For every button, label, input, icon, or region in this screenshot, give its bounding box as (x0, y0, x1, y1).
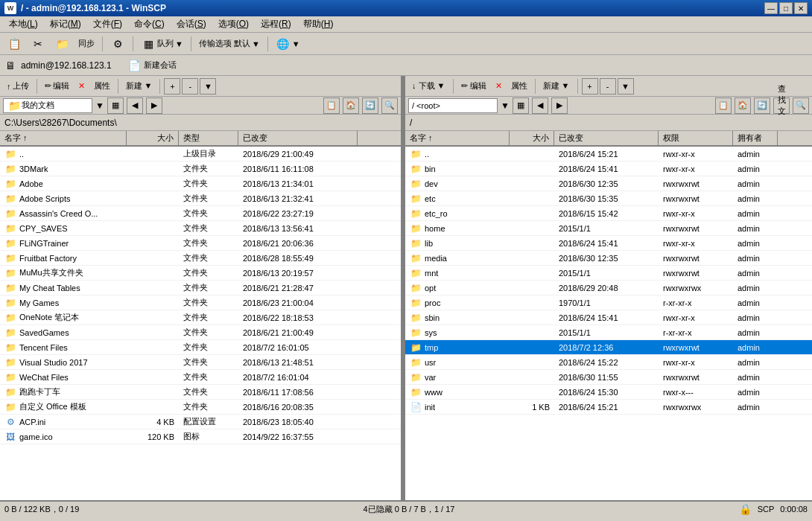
remote-file-row[interactable]: 📁.. 2018/6/24 15:21 rwxr-xr-x admin (405, 147, 812, 162)
local-col-size[interactable]: 大小 (127, 131, 179, 145)
local-file-row[interactable]: 📁WeChat Files 文件夹 2018/7/2 16:01:04 (0, 370, 401, 385)
local-file-row[interactable]: 📁MuMu共享文件夹 文件夹 2018/6/13 20:19:57 (0, 266, 401, 281)
local-col-type[interactable]: 类型 (179, 131, 238, 145)
local-plus-button[interactable]: + (164, 78, 180, 95)
remote-file-row[interactable]: 📁etc_ro 2018/6/15 15:42 rwxr-xr-x admin (405, 206, 812, 221)
remote-col-perm[interactable]: 权限 (659, 131, 733, 145)
local-file-row[interactable]: 📁SavedGames 文件夹 2018/6/21 21:00:49 (0, 325, 401, 340)
local-nav3[interactable]: 🔄 (362, 98, 378, 114)
new-session-button[interactable]: 📄 新建会话 (124, 57, 180, 74)
local-file-row[interactable]: 📁Adobe 文件夹 2018/6/13 21:34:01 (0, 176, 401, 191)
remote-file-row[interactable]: 📁usr 2018/6/24 15:22 rwxr-xr-x admin (405, 355, 812, 370)
menu-session[interactable]: 会话(S) (171, 16, 212, 32)
remote-file-row[interactable]: 📁media 2018/6/30 12:35 rwxrwxrwt admin (405, 251, 812, 266)
local-col-name[interactable]: 名字 ↑ (0, 131, 127, 145)
remote-file-list[interactable]: 名字 ↑ 大小 已改变 权限 拥有者 📁.. 2018/6/24 15:21 r… (405, 131, 812, 500)
local-file-row[interactable]: 📁跑跑卡丁车 文件夹 2018/6/11 17:08:56 (0, 385, 401, 400)
remote-col-date[interactable]: 已改变 (554, 131, 659, 145)
local-file-row[interactable]: 📁Tencent Files 文件夹 2018/7/2 16:01:05 (0, 340, 401, 355)
remote-plus-button[interactable]: + (582, 78, 598, 95)
remote-addr-box[interactable]: / <root> (408, 98, 498, 113)
remote-addr-arrow[interactable]: ▼ (501, 100, 510, 111)
local-file-row[interactable]: ⚙ACP.ini 4 KB 配置设置 2018/6/23 18:05:40 (0, 415, 401, 429)
local-nav2[interactable]: 🏠 (343, 98, 359, 114)
copy-button[interactable]: 📋 (3, 35, 25, 53)
local-file-row[interactable]: 📁3DMark 文件夹 2018/6/11 16:11:08 (0, 162, 401, 176)
remote-file-row[interactable]: 📁bin 2018/6/24 15:41 rwxr-xr-x admin (405, 162, 812, 176)
menu-local[interactable]: 本地(L) (3, 16, 44, 32)
menu-command[interactable]: 命令(C) (128, 16, 171, 32)
remote-file-row[interactable]: 📁var 2018/6/30 11:55 rwxrwxrwt admin (405, 370, 812, 385)
local-file-row[interactable]: 📁Adobe Scripts 文件夹 2018/6/13 21:32:41 (0, 191, 401, 206)
local-file-row[interactable]: 📁.. 上级目录 2018/6/29 21:00:49 (0, 147, 401, 162)
remote-file-row[interactable]: 📁sbin 2018/6/24 15:41 rwxr-xr-x admin (405, 310, 812, 325)
remote-file-row[interactable]: 📁mnt 2015/1/1 rwxrwxrwt admin (405, 266, 812, 281)
local-file-row[interactable]: 📁FLiNGTrainer 文件夹 2018/6/21 20:06:36 (0, 236, 401, 251)
remote-download-button[interactable]: ↓ 下载 ▼ (408, 77, 449, 95)
local-back-button[interactable]: ◀ (127, 98, 143, 114)
remote-nav4[interactable]: 🔍 (793, 98, 809, 114)
maximize-button[interactable]: □ (779, 2, 793, 14)
remote-minus-button[interactable]: - (600, 78, 616, 95)
remote-back-button[interactable]: ◀ (532, 98, 548, 114)
remote-search-button[interactable]: 查找文件 (773, 98, 790, 114)
move-button[interactable]: ✂ (27, 35, 49, 53)
local-addr-box[interactable]: 📁 我的文档 (3, 98, 92, 113)
local-file-list[interactable]: 名字 ↑ 大小 类型 已改变 📁.. 上级目录 2018/6/29 21:00:… (0, 131, 401, 500)
remote-col-name[interactable]: 名字 ↑ (405, 131, 510, 145)
remote-file-row[interactable]: 📁proc 1970/1/1 r-xr-xr-x admin (405, 295, 812, 310)
remote-filter2-button[interactable]: ▦ (513, 98, 529, 114)
remote-col-owner[interactable]: 拥有者 (733, 131, 778, 145)
remote-delete-button[interactable]: ✕ (492, 77, 506, 95)
local-props-button[interactable]: 属性 (90, 77, 114, 95)
remote-forward-button[interactable]: ▶ (551, 98, 568, 114)
local-new-button[interactable]: 新建 ▼ (122, 77, 156, 95)
remote-file-row[interactable]: 📁sys 2015/1/1 r-xr-xr-x admin (405, 325, 812, 340)
local-file-row[interactable]: 📁Visual Studio 2017 文件夹 2018/6/13 21:48:… (0, 355, 401, 370)
remote-file-row[interactable]: 📁lib 2018/6/24 15:41 rwxr-xr-x admin (405, 236, 812, 251)
remote-col-size[interactable]: 大小 (510, 131, 554, 145)
local-col-date[interactable]: 已改变 (238, 131, 358, 145)
transfer-options-button[interactable]: 传输选项 默认 ▼ (195, 35, 264, 53)
remote-file-row[interactable]: 📁home 2015/1/1 rwxrwxrwt admin (405, 221, 812, 236)
local-file-row[interactable]: 📁CPY_SAVES 文件夹 2018/6/13 13:56:41 (0, 221, 401, 236)
menu-help[interactable]: 帮助(H) (297, 16, 340, 32)
remote-props-button[interactable]: 属性 (507, 77, 531, 95)
menu-options[interactable]: 选项(O) (212, 16, 255, 32)
remote-file-row[interactable]: 📁opt 2018/6/29 20:48 rwxrwxrwx admin (405, 281, 812, 295)
local-file-row[interactable]: 📁Assassin's Creed O... 文件夹 2018/6/22 23:… (0, 206, 401, 221)
minimize-button[interactable]: — (764, 2, 778, 14)
remote-nav1[interactable]: 📋 (715, 98, 732, 114)
local-nav1[interactable]: 📋 (323, 98, 340, 114)
misc-button[interactable]: 🌐▼ (272, 35, 304, 53)
remote-nav2[interactable]: 🏠 (735, 98, 751, 114)
local-file-row[interactable]: 🖼game.ico 120 KB 图标 2014/9/22 16:37:55 (0, 429, 401, 444)
queue-button[interactable]: ▦ 队列 ▼ (137, 35, 187, 53)
local-file-row[interactable]: 📁OneNote 笔记本 文件夹 2018/6/22 18:18:53 (0, 310, 401, 325)
local-filter-button[interactable]: ▼ (200, 78, 216, 95)
remote-nav3[interactable]: 🔄 (754, 98, 770, 114)
local-edit-button[interactable]: ✏ 编辑 (41, 77, 73, 95)
remote-new-button[interactable]: 新建 ▼ (539, 77, 574, 95)
local-file-row[interactable]: 📁My Cheat Tables 文件夹 2018/6/21 21:28:47 (0, 281, 401, 295)
remote-file-row[interactable]: 📄init 1 KB 2018/6/24 15:21 rwxrwxrwx adm… (405, 400, 812, 415)
local-file-row[interactable]: 📁Fruitbat Factory 文件夹 2018/6/28 18:55:49 (0, 251, 401, 266)
local-file-row[interactable]: 📁My Games 文件夹 2018/6/23 21:00:04 (0, 295, 401, 310)
menu-file[interactable]: 文件(F) (87, 16, 128, 32)
remote-file-row[interactable]: 📁dev 2018/6/30 12:35 rwxrwxrwt admin (405, 176, 812, 191)
local-delete-button[interactable]: ✕ (74, 77, 89, 95)
menu-mark[interactable]: 标记(M) (44, 16, 87, 32)
local-nav4[interactable]: 🔍 (381, 98, 398, 114)
remote-file-row[interactable]: 📁www 2018/6/24 15:30 rwxr-x--- admin (405, 385, 812, 400)
local-addr-arrow[interactable]: ▼ (95, 100, 104, 111)
local-forward-button[interactable]: ▶ (146, 98, 162, 114)
local-file-row[interactable]: 📁自定义 Office 模板 文件夹 2018/6/16 20:08:35 (0, 400, 401, 415)
close-button[interactable]: ✕ (794, 2, 808, 14)
remote-file-row[interactable]: 📁etc 2018/6/30 15:35 rwxrwxrwt admin (405, 191, 812, 206)
newfolder-button[interactable]: 📁 (51, 35, 73, 53)
remote-file-row[interactable]: 📁tmp 2018/7/2 12:36 rwxrwxrwt admin (405, 340, 812, 355)
prefs-button[interactable]: ⚙ (107, 35, 129, 53)
remote-filter-button[interactable]: ▼ (618, 78, 634, 95)
local-upload-button[interactable]: ↑ 上传 (3, 77, 33, 95)
sync-button[interactable]: 同步 (74, 35, 98, 53)
